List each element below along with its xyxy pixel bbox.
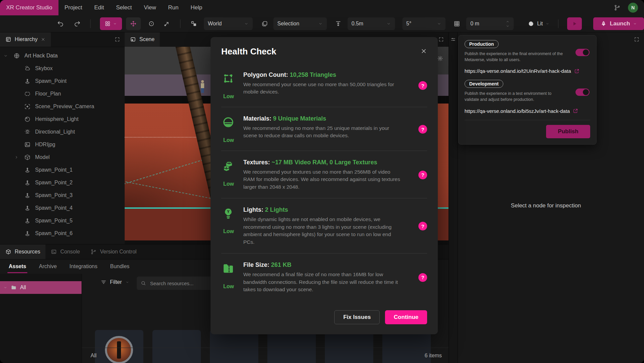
hierarchy-node[interactable]: Spawn_Point_2 — [0, 176, 125, 189]
resources-subtab[interactable]: Archive — [39, 263, 56, 269]
move-tool-button[interactable] — [126, 17, 141, 30]
severity-badge: Low — [223, 94, 234, 100]
rocket-icon — [600, 20, 607, 27]
hierarchy-node[interactable]: Directional_Light — [0, 126, 125, 138]
help-icon[interactable]: ? — [418, 171, 427, 179]
undo-icon[interactable] — [57, 20, 64, 27]
menu-item[interactable]: Edit — [88, 4, 110, 11]
hierarchy-node[interactable]: Spawn_Point — [0, 75, 125, 87]
grid-snap-icon[interactable] — [454, 20, 460, 27]
rotate-tool-icon[interactable] — [148, 20, 155, 27]
search-resources-input[interactable] — [149, 280, 217, 287]
metric-icon-column: Low — [221, 71, 243, 100]
scene-icon — [130, 36, 136, 42]
bounds-mode-icon[interactable] — [261, 20, 268, 27]
tree-chevron[interactable] — [14, 155, 24, 160]
resources-subtab[interactable]: Assets — [9, 263, 26, 269]
scale-tool-icon[interactable] — [163, 20, 170, 27]
metric-title: Polygon Count: — [243, 71, 288, 78]
pick-parent-icon[interactable] — [190, 20, 197, 27]
chevron-down-icon — [318, 21, 323, 26]
hierarchy-node[interactable]: Model — [0, 151, 125, 164]
help-icon[interactable]: ? — [418, 273, 427, 282]
hierarchy-node[interactable]: Spawn_Point_4 — [0, 202, 125, 214]
chevron-right-icon — [14, 155, 19, 160]
dirlight — [24, 129, 31, 135]
external-link-icon[interactable] — [574, 68, 579, 74]
resources-subtab[interactable]: Bundles — [110, 263, 129, 269]
development-badge: Development — [465, 80, 503, 88]
render-mode-dropdown[interactable]: Lit — [528, 20, 549, 27]
menu-bar: XR Creator Studio Project Edit Select Vi… — [0, 0, 644, 16]
hierarchy-node[interactable]: Spawn_Point_3 — [0, 189, 125, 202]
metric-description: We recommend using no more than 25 uniqu… — [243, 125, 400, 140]
panel-tab[interactable]: Console — [45, 244, 85, 259]
folder-item-all[interactable]: All — [0, 281, 82, 294]
user-avatar[interactable]: N — [628, 3, 638, 13]
panel-tab[interactable]: Version Control — [85, 244, 142, 259]
hierarchy-node[interactable]: Scene_Preview_Camera — [0, 100, 125, 113]
menu-item[interactable]: Select — [110, 4, 138, 11]
menu-item[interactable]: Help — [184, 4, 208, 11]
metric-icon-column: Low — [221, 115, 243, 143]
hierarchy-node[interactable]: Spawn_Point_5 — [0, 214, 125, 227]
hierarchy-node[interactable]: Hemisphere_Light — [0, 113, 125, 126]
selection-mode-dropdown[interactable]: Selection — [273, 17, 327, 30]
app-title-menu[interactable]: XR Creator Studio — [0, 0, 58, 15]
hierarchy-node[interactable]: Skybox — [0, 62, 125, 75]
play-button[interactable] — [567, 17, 582, 30]
tab-scene[interactable]: Scene — [125, 32, 160, 47]
height-stepper[interactable]: 0 m — [466, 17, 514, 30]
production-toggle[interactable] — [575, 49, 590, 56]
hierarchy-node[interactable]: Spawn_Point_1 — [0, 164, 125, 176]
development-toggle[interactable] — [575, 88, 590, 96]
metric-description: We recommend a final file size of no mor… — [243, 271, 400, 293]
severity-badge: Low — [223, 228, 234, 234]
close-icon[interactable] — [420, 48, 427, 54]
launch-button[interactable]: Launch — [593, 17, 644, 30]
expand-inspector-icon[interactable] — [634, 37, 639, 42]
modal-title: Health Check — [221, 46, 276, 57]
tab-hierarchy[interactable]: Hierarchy — [0, 32, 51, 47]
hierarchy-node[interactable]: Spawn_Point_6 — [0, 227, 125, 240]
version-control-icon[interactable] — [614, 4, 621, 11]
external-link-icon[interactable] — [573, 108, 578, 114]
tree-node-label: Floor_Plan — [35, 91, 61, 97]
hierarchy-node[interactable]: HDRIjpg — [0, 138, 125, 151]
help-icon[interactable]: ? — [418, 222, 427, 230]
hierarchy-node[interactable]: Art Hack Data — [0, 49, 125, 62]
menu-item[interactable]: View — [138, 4, 162, 11]
expand-hierarchy-icon[interactable] — [115, 37, 120, 42]
expand-viewport-icon[interactable] — [438, 37, 444, 42]
panel-tab[interactable]: Resources — [0, 244, 45, 259]
fix-issues-button[interactable]: Fix Issues — [334, 310, 380, 324]
close-icon[interactable] — [41, 37, 45, 42]
tune-icon[interactable] — [450, 37, 456, 42]
world-space-dropdown[interactable]: World — [204, 17, 253, 30]
snap-grid-button[interactable] — [100, 17, 122, 30]
production-url[interactable]: https://qa-verse.onland.io/t2UinRv/art-h… — [465, 68, 571, 74]
chevron-up-icon — [506, 20, 510, 24]
vertical-snap-icon[interactable] — [335, 20, 342, 27]
production-badge: Production — [465, 40, 499, 48]
continue-button[interactable]: Continue — [385, 310, 427, 324]
hierarchy-tabbar: Hierarchy — [0, 32, 125, 47]
inspector-placeholder: Select a node for inspection — [458, 202, 634, 209]
resources-subtab[interactable]: Integrations — [70, 263, 98, 269]
rotate-step-dropdown[interactable]: 5° — [402, 17, 446, 30]
help-icon[interactable]: ? — [418, 125, 427, 134]
toolbar-divider — [90, 19, 91, 28]
move-step-dropdown[interactable]: 0.5m — [348, 17, 395, 30]
height-stepper-arrows[interactable] — [506, 20, 510, 28]
hierarchy-node[interactable]: Floor_Plan — [0, 87, 125, 100]
publish-button[interactable]: Publish — [546, 125, 590, 138]
help-icon[interactable]: ? — [418, 81, 427, 90]
filter-dropdown[interactable]: Filter — [101, 279, 129, 285]
menu-item[interactable]: Project — [58, 4, 88, 11]
menu-item[interactable]: Run — [162, 4, 184, 11]
tree-chevron[interactable] — [3, 53, 13, 58]
development-url[interactable]: https://qa-verse.onland.io/bi5szJv/art-h… — [465, 108, 570, 114]
viewport-settings-icon[interactable] — [437, 55, 443, 61]
publish-popover: Production Publish the experience in the… — [458, 35, 597, 145]
redo-icon[interactable] — [74, 20, 81, 27]
